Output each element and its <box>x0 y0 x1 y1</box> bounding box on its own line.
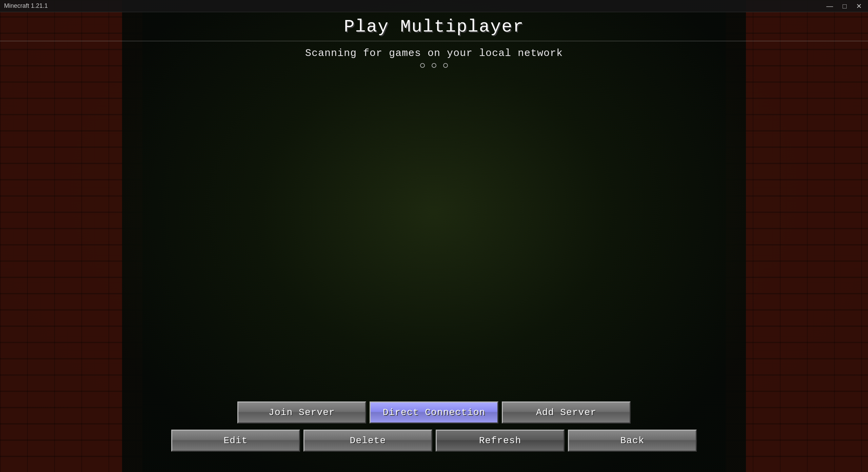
button-row-2: Edit Delete Refresh Back <box>171 430 697 452</box>
window-controls: — □ ✕ <box>824 2 864 10</box>
app-name: Minecraft 1.21.1 <box>4 2 48 9</box>
refresh-button[interactable]: Refresh <box>436 430 565 452</box>
join-server-button[interactable]: Join Server <box>237 401 366 424</box>
direct-connection-button[interactable]: Direct Connection <box>370 401 498 424</box>
scanning-area: Scanning for games on your local network <box>0 47 868 68</box>
minimize-button[interactable]: — <box>824 2 835 10</box>
scanning-text: Scanning for games on your local network <box>0 47 868 59</box>
maximize-button[interactable]: □ <box>841 2 849 10</box>
bottom-buttons: Join Server Direct Connection Add Server… <box>0 401 868 452</box>
edit-button[interactable]: Edit <box>171 430 300 452</box>
delete-button[interactable]: Delete <box>303 430 432 452</box>
back-button[interactable]: Back <box>568 430 697 452</box>
dot-1 <box>420 63 425 68</box>
button-row-1: Join Server Direct Connection Add Server <box>237 401 631 424</box>
scanning-dots <box>0 63 868 68</box>
separator-line <box>0 41 868 41</box>
page-title-area: Play Multiplayer <box>0 17 868 37</box>
page-title: Play Multiplayer <box>0 17 868 37</box>
dot-3 <box>443 63 448 68</box>
add-server-button[interactable]: Add Server <box>502 401 631 424</box>
title-bar: Minecraft 1.21.1 — □ ✕ <box>0 0 868 12</box>
close-button[interactable]: ✕ <box>854 2 864 10</box>
dot-2 <box>432 63 436 68</box>
